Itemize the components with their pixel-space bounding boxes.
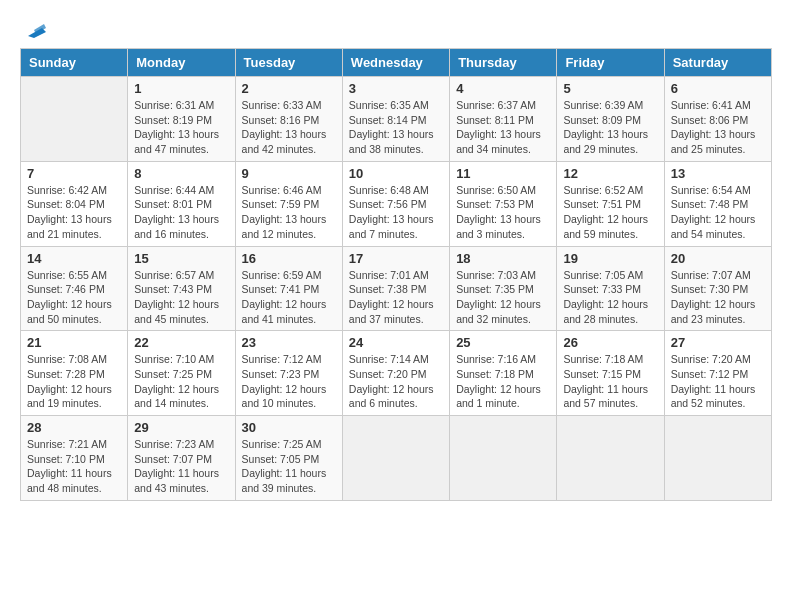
day-detail: Sunrise: 7:05 AM Sunset: 7:33 PM Dayligh… [563,268,657,327]
day-number: 14 [27,251,121,266]
day-detail: Sunrise: 6:54 AM Sunset: 7:48 PM Dayligh… [671,183,765,242]
day-detail: Sunrise: 7:03 AM Sunset: 7:35 PM Dayligh… [456,268,550,327]
day-detail: Sunrise: 6:44 AM Sunset: 8:01 PM Dayligh… [134,183,228,242]
weekday-header-wednesday: Wednesday [342,49,449,77]
calendar-cell [342,416,449,501]
calendar-cell: 6Sunrise: 6:41 AM Sunset: 8:06 PM Daylig… [664,77,771,162]
day-detail: Sunrise: 6:31 AM Sunset: 8:19 PM Dayligh… [134,98,228,157]
calendar-week-3: 14Sunrise: 6:55 AM Sunset: 7:46 PM Dayli… [21,246,772,331]
calendar-cell: 7Sunrise: 6:42 AM Sunset: 8:04 PM Daylig… [21,161,128,246]
logo-icon [24,20,46,38]
day-number: 28 [27,420,121,435]
calendar-week-5: 28Sunrise: 7:21 AM Sunset: 7:10 PM Dayli… [21,416,772,501]
calendar-cell: 21Sunrise: 7:08 AM Sunset: 7:28 PM Dayli… [21,331,128,416]
day-detail: Sunrise: 6:50 AM Sunset: 7:53 PM Dayligh… [456,183,550,242]
calendar-cell: 4Sunrise: 6:37 AM Sunset: 8:11 PM Daylig… [450,77,557,162]
calendar-cell: 19Sunrise: 7:05 AM Sunset: 7:33 PM Dayli… [557,246,664,331]
calendar-cell [664,416,771,501]
day-detail: Sunrise: 7:18 AM Sunset: 7:15 PM Dayligh… [563,352,657,411]
calendar-week-1: 1Sunrise: 6:31 AM Sunset: 8:19 PM Daylig… [21,77,772,162]
calendar-table: SundayMondayTuesdayWednesdayThursdayFrid… [20,48,772,501]
day-number: 11 [456,166,550,181]
calendar-cell: 2Sunrise: 6:33 AM Sunset: 8:16 PM Daylig… [235,77,342,162]
day-number: 10 [349,166,443,181]
day-number: 29 [134,420,228,435]
day-detail: Sunrise: 6:59 AM Sunset: 7:41 PM Dayligh… [242,268,336,327]
weekday-header-monday: Monday [128,49,235,77]
weekday-header-tuesday: Tuesday [235,49,342,77]
day-detail: Sunrise: 7:25 AM Sunset: 7:05 PM Dayligh… [242,437,336,496]
calendar-week-4: 21Sunrise: 7:08 AM Sunset: 7:28 PM Dayli… [21,331,772,416]
day-detail: Sunrise: 6:46 AM Sunset: 7:59 PM Dayligh… [242,183,336,242]
day-number: 8 [134,166,228,181]
day-detail: Sunrise: 7:01 AM Sunset: 7:38 PM Dayligh… [349,268,443,327]
day-number: 17 [349,251,443,266]
day-number: 4 [456,81,550,96]
calendar-cell: 28Sunrise: 7:21 AM Sunset: 7:10 PM Dayli… [21,416,128,501]
weekday-header-thursday: Thursday [450,49,557,77]
day-number: 3 [349,81,443,96]
day-number: 21 [27,335,121,350]
calendar-cell: 8Sunrise: 6:44 AM Sunset: 8:01 PM Daylig… [128,161,235,246]
calendar-cell: 12Sunrise: 6:52 AM Sunset: 7:51 PM Dayli… [557,161,664,246]
day-number: 7 [27,166,121,181]
calendar-cell: 20Sunrise: 7:07 AM Sunset: 7:30 PM Dayli… [664,246,771,331]
day-detail: Sunrise: 7:20 AM Sunset: 7:12 PM Dayligh… [671,352,765,411]
calendar-cell: 18Sunrise: 7:03 AM Sunset: 7:35 PM Dayli… [450,246,557,331]
day-detail: Sunrise: 6:33 AM Sunset: 8:16 PM Dayligh… [242,98,336,157]
day-number: 16 [242,251,336,266]
day-number: 15 [134,251,228,266]
day-detail: Sunrise: 6:52 AM Sunset: 7:51 PM Dayligh… [563,183,657,242]
day-number: 27 [671,335,765,350]
calendar-cell: 5Sunrise: 6:39 AM Sunset: 8:09 PM Daylig… [557,77,664,162]
calendar-cell: 15Sunrise: 6:57 AM Sunset: 7:43 PM Dayli… [128,246,235,331]
day-detail: Sunrise: 6:42 AM Sunset: 8:04 PM Dayligh… [27,183,121,242]
day-number: 19 [563,251,657,266]
day-detail: Sunrise: 6:35 AM Sunset: 8:14 PM Dayligh… [349,98,443,157]
day-detail: Sunrise: 6:48 AM Sunset: 7:56 PM Dayligh… [349,183,443,242]
day-number: 23 [242,335,336,350]
day-number: 12 [563,166,657,181]
calendar-cell [21,77,128,162]
logo [20,20,46,38]
day-detail: Sunrise: 7:12 AM Sunset: 7:23 PM Dayligh… [242,352,336,411]
calendar-header-row: SundayMondayTuesdayWednesdayThursdayFrid… [21,49,772,77]
day-number: 6 [671,81,765,96]
day-number: 22 [134,335,228,350]
weekday-header-friday: Friday [557,49,664,77]
calendar-cell: 24Sunrise: 7:14 AM Sunset: 7:20 PM Dayli… [342,331,449,416]
day-number: 5 [563,81,657,96]
day-detail: Sunrise: 7:23 AM Sunset: 7:07 PM Dayligh… [134,437,228,496]
day-number: 9 [242,166,336,181]
page-header [20,20,772,38]
day-detail: Sunrise: 7:14 AM Sunset: 7:20 PM Dayligh… [349,352,443,411]
calendar-cell: 26Sunrise: 7:18 AM Sunset: 7:15 PM Dayli… [557,331,664,416]
day-detail: Sunrise: 7:10 AM Sunset: 7:25 PM Dayligh… [134,352,228,411]
calendar-cell: 13Sunrise: 6:54 AM Sunset: 7:48 PM Dayli… [664,161,771,246]
day-number: 2 [242,81,336,96]
calendar-cell: 9Sunrise: 6:46 AM Sunset: 7:59 PM Daylig… [235,161,342,246]
day-detail: Sunrise: 7:21 AM Sunset: 7:10 PM Dayligh… [27,437,121,496]
day-detail: Sunrise: 6:41 AM Sunset: 8:06 PM Dayligh… [671,98,765,157]
day-detail: Sunrise: 6:39 AM Sunset: 8:09 PM Dayligh… [563,98,657,157]
day-detail: Sunrise: 6:37 AM Sunset: 8:11 PM Dayligh… [456,98,550,157]
day-number: 13 [671,166,765,181]
day-number: 26 [563,335,657,350]
calendar-cell: 3Sunrise: 6:35 AM Sunset: 8:14 PM Daylig… [342,77,449,162]
calendar-cell: 11Sunrise: 6:50 AM Sunset: 7:53 PM Dayli… [450,161,557,246]
calendar-cell: 27Sunrise: 7:20 AM Sunset: 7:12 PM Dayli… [664,331,771,416]
day-detail: Sunrise: 7:16 AM Sunset: 7:18 PM Dayligh… [456,352,550,411]
weekday-header-saturday: Saturday [664,49,771,77]
weekday-header-sunday: Sunday [21,49,128,77]
calendar-cell: 10Sunrise: 6:48 AM Sunset: 7:56 PM Dayli… [342,161,449,246]
calendar-cell: 22Sunrise: 7:10 AM Sunset: 7:25 PM Dayli… [128,331,235,416]
day-detail: Sunrise: 7:08 AM Sunset: 7:28 PM Dayligh… [27,352,121,411]
calendar-cell: 1Sunrise: 6:31 AM Sunset: 8:19 PM Daylig… [128,77,235,162]
day-detail: Sunrise: 6:55 AM Sunset: 7:46 PM Dayligh… [27,268,121,327]
day-number: 25 [456,335,550,350]
calendar-cell: 29Sunrise: 7:23 AM Sunset: 7:07 PM Dayli… [128,416,235,501]
day-number: 20 [671,251,765,266]
day-number: 1 [134,81,228,96]
day-detail: Sunrise: 6:57 AM Sunset: 7:43 PM Dayligh… [134,268,228,327]
calendar-cell: 14Sunrise: 6:55 AM Sunset: 7:46 PM Dayli… [21,246,128,331]
